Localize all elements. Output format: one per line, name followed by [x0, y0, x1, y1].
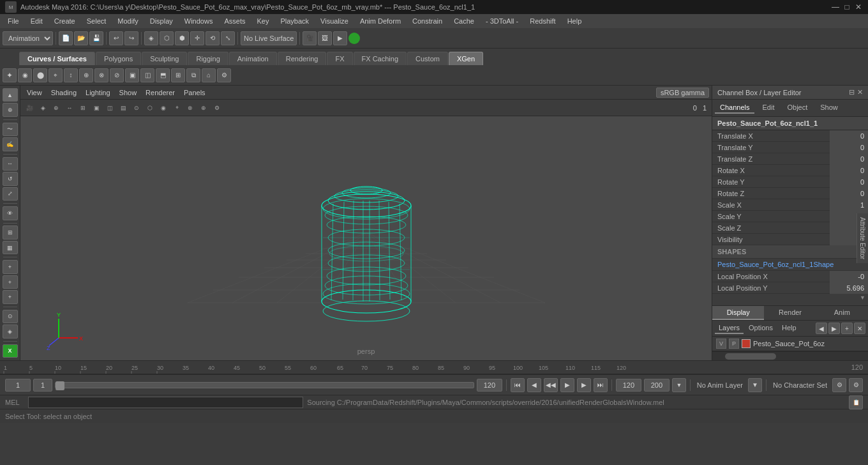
- vp-menu-panels[interactable]: Panels: [180, 88, 209, 98]
- attribute-editor-tab[interactable]: Attribute Editor: [857, 213, 868, 263]
- vt-btn-13[interactable]: ⊗: [184, 102, 197, 114]
- frame-rate-btn[interactable]: ▼: [672, 378, 686, 392]
- menu-constrain[interactable]: Constrain: [407, 16, 447, 26]
- live-surface-label[interactable]: No Live Surface: [241, 31, 297, 45]
- vp-menu-show[interactable]: Show: [116, 88, 141, 98]
- misc-btn1[interactable]: ⊙: [3, 310, 18, 323]
- menu-anim-deform[interactable]: Anim Deform: [355, 16, 406, 26]
- cb-scroll-arrow[interactable]: ▼: [712, 294, 868, 301]
- render-btn[interactable]: 🖼: [318, 31, 332, 45]
- shelf-btn-4[interactable]: ⌖: [49, 68, 63, 82]
- transform-btn[interactable]: ⊕: [3, 103, 18, 116]
- xgen-btn1[interactable]: +: [3, 260, 18, 273]
- layer-playback-btn[interactable]: P: [729, 339, 739, 349]
- select-tool-btn[interactable]: ▲: [3, 88, 18, 102]
- cb-tab-object[interactable]: Object: [782, 102, 812, 114]
- shelf-btn-8[interactable]: ⊘: [110, 68, 124, 82]
- script-editor-btn[interactable]: 📋: [849, 395, 863, 409]
- vt-btn-7[interactable]: ◫: [103, 102, 116, 114]
- cb-tab-show[interactable]: Show: [815, 102, 843, 114]
- redo-btn[interactable]: ↪: [124, 31, 138, 45]
- menu-cache[interactable]: Cache: [449, 16, 479, 26]
- menu-assets[interactable]: Assets: [219, 16, 250, 26]
- step-back-btn[interactable]: ◀: [527, 378, 541, 392]
- new-scene-btn[interactable]: 📄: [59, 31, 73, 45]
- menu-file[interactable]: File: [3, 16, 24, 26]
- cb-shape-name[interactable]: Pesto_Sauce_Pot_6oz_ncl1_1Shape: [712, 259, 868, 271]
- timeline-slider[interactable]: [55, 382, 474, 388]
- anim-options-btn[interactable]: ⚙: [849, 378, 863, 392]
- vt-btn-1[interactable]: 🎥: [23, 102, 36, 114]
- menu-3dto-all[interactable]: - 3DToAll -: [481, 16, 523, 26]
- vt-btn-8[interactable]: ▤: [117, 102, 130, 114]
- shelf-btn-6[interactable]: ⊕: [79, 68, 93, 82]
- layers-tab-help[interactable]: Help: [778, 323, 800, 334]
- vt-btn-11[interactable]: ◉: [157, 102, 170, 114]
- xgen-btn3[interactable]: +: [3, 290, 18, 303]
- camera-btn[interactable]: 🎥: [303, 31, 317, 45]
- current-frame-input[interactable]: [5, 379, 31, 392]
- shelf-btn-15[interactable]: ⚙: [217, 68, 231, 82]
- skip-start-btn[interactable]: ⏮: [511, 378, 525, 392]
- tab-animation[interactable]: Animation: [229, 52, 277, 65]
- scale-tool-btn[interactable]: ⤢: [3, 187, 18, 201]
- tab-polygons[interactable]: Polygons: [96, 52, 141, 65]
- layers-tab-options[interactable]: Options: [745, 323, 777, 334]
- layer-visibility-btn[interactable]: V: [716, 339, 726, 349]
- menu-windows[interactable]: Windows: [179, 16, 218, 26]
- save-btn[interactable]: 💾: [89, 31, 103, 45]
- cb-value-local-pos-y[interactable]: [830, 282, 868, 294]
- cb-display-tab-anim[interactable]: Anim: [816, 306, 868, 320]
- workspace-select[interactable]: Animation: [3, 31, 53, 45]
- step-fwd-btn[interactable]: ▶: [577, 378, 591, 392]
- tab-fx[interactable]: FX: [327, 52, 352, 65]
- cb-display-tab-display[interactable]: Display: [712, 306, 764, 320]
- vt-btn-12[interactable]: ⌖: [170, 102, 183, 114]
- minimize-button[interactable]: —: [831, 3, 840, 11]
- lasso-btn[interactable]: ⬡: [160, 31, 174, 45]
- cb-value-translate-y[interactable]: [830, 142, 868, 153]
- select-btn[interactable]: ◈: [144, 31, 158, 45]
- cb-tab-channels[interactable]: Channels: [715, 102, 754, 114]
- cb-value-scale-x[interactable]: [830, 199, 868, 211]
- playback-speed-input[interactable]: [616, 379, 641, 392]
- vp-menu-renderer[interactable]: Renderer: [142, 88, 179, 98]
- shelf-btn-2[interactable]: ◉: [18, 68, 32, 82]
- shelf-btn-9[interactable]: ▣: [125, 68, 139, 82]
- layer-btn-4[interactable]: ✕: [854, 323, 865, 334]
- paint-btn[interactable]: ⬢: [175, 31, 189, 45]
- open-btn[interactable]: 📂: [74, 31, 88, 45]
- shelf-btn-11[interactable]: ⬒: [156, 68, 170, 82]
- tab-sculpting[interactable]: Sculpting: [142, 52, 187, 65]
- cb-display-tab-render[interactable]: Render: [764, 306, 816, 320]
- cb-value-rotate-x[interactable]: [830, 165, 868, 176]
- menu-modify[interactable]: Modify: [112, 16, 143, 26]
- vt-btn-4[interactable]: ↔: [63, 102, 76, 114]
- skip-end-btn[interactable]: ⏭: [594, 378, 608, 392]
- max-frame-input[interactable]: [644, 379, 670, 392]
- menu-redshift[interactable]: Redshift: [525, 16, 560, 26]
- tab-rendering[interactable]: Rendering: [278, 52, 327, 65]
- vp-menu-shading[interactable]: Shading: [47, 88, 80, 98]
- cb-value-local-pos-x[interactable]: [830, 271, 868, 282]
- menu-edit[interactable]: Edit: [26, 16, 48, 26]
- lasso-tool-btn[interactable]: 〜: [3, 123, 18, 136]
- menu-key[interactable]: Key: [251, 16, 274, 26]
- tab-rigging[interactable]: Rigging: [188, 52, 228, 65]
- vt-btn-2[interactable]: ◈: [36, 102, 49, 114]
- play-back-btn[interactable]: ◀◀: [544, 378, 558, 392]
- shelf-btn-7[interactable]: ⊗: [94, 68, 108, 82]
- titlebar-controls[interactable]: — □ ✕: [831, 3, 863, 11]
- cb-value-rotate-y[interactable]: [830, 176, 868, 188]
- paint-sel-btn[interactable]: ✍: [3, 137, 18, 151]
- show-hide-btn[interactable]: 👁: [3, 206, 18, 220]
- range-start-input[interactable]: [33, 379, 52, 392]
- menu-visualize[interactable]: Visualize: [315, 16, 354, 26]
- layers-tab-layers[interactable]: Layers: [715, 323, 744, 334]
- range-end-input[interactable]: [477, 379, 502, 392]
- layer-btn-3[interactable]: +: [841, 323, 853, 334]
- vt-btn-14[interactable]: ⊕: [197, 102, 210, 114]
- scroll-track[interactable]: [725, 353, 776, 360]
- misc-btn2[interactable]: ◈: [3, 324, 18, 338]
- close-button[interactable]: ✕: [854, 3, 863, 11]
